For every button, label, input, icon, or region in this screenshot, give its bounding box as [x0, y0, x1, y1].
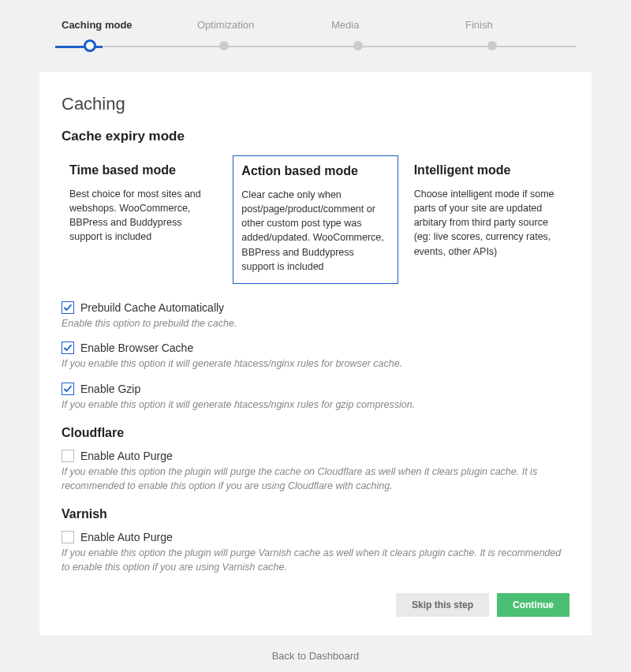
skip-button[interactable]: Skip this step — [396, 593, 489, 617]
step-dot-icon — [84, 39, 96, 52]
option-help: If you enable this option it will genera… — [62, 398, 569, 413]
option-label[interactable]: Enable Auto Purge — [80, 531, 173, 543]
step-media[interactable]: Media — [316, 19, 450, 54]
option-label[interactable]: Enable Gzip — [80, 383, 140, 395]
option-help: If you enable this option the plugin wil… — [62, 547, 569, 574]
step-dot-icon — [487, 41, 497, 50]
check-icon — [63, 303, 73, 312]
back-to-dashboard-link[interactable]: Back to Dashboard — [0, 642, 631, 672]
varnish-heading: Varnish — [62, 507, 569, 521]
mode-title: Intelligent mode — [414, 163, 562, 177]
option-label[interactable]: Enable Browser Cache — [80, 342, 193, 354]
mode-desc: Best choice for most sites and webshops.… — [69, 187, 217, 245]
page-title: Caching — [62, 94, 569, 114]
checkbox[interactable] — [62, 342, 74, 354]
option-help: Enable this option to prebuild the cache… — [62, 317, 569, 331]
option-gzip: Enable Gzip If you enable this option it… — [62, 383, 569, 413]
checkbox[interactable] — [62, 383, 74, 395]
mode-title: Time based mode — [69, 163, 217, 177]
check-icon — [63, 384, 73, 394]
expiry-mode-group: Time based mode Best choice for most sit… — [62, 155, 569, 284]
option-browser-cache: Enable Browser Cache If you enable this … — [62, 342, 569, 371]
wizard-stepper: Caching mode Optimization Media Finish — [0, 0, 631, 54]
mode-title: Action based mode — [241, 164, 389, 178]
settings-card: Caching Cache expiry mode Time based mod… — [39, 72, 592, 636]
step-label: Optimization — [181, 19, 316, 31]
step-dot-icon — [353, 41, 363, 50]
step-optimization[interactable]: Optimization — [181, 19, 316, 54]
cloudflare-heading: Cloudflare — [62, 426, 569, 440]
step-finish[interactable]: Finish — [450, 19, 584, 54]
mode-desc: Clear cache only when post/page/product/… — [241, 188, 389, 274]
checkbox[interactable] — [62, 531, 74, 543]
option-label[interactable]: Enable Auto Purge — [80, 450, 173, 462]
mode-action-based[interactable]: Action based mode Clear cache only when … — [233, 155, 398, 284]
mode-desc: Choose intelligent mode if some parts of… — [414, 187, 562, 259]
step-label: Caching mode — [47, 19, 181, 31]
step-label: Media — [316, 19, 450, 31]
continue-button[interactable]: Continue — [497, 593, 569, 617]
option-varnish-autopurge: Enable Auto Purge If you enable this opt… — [62, 531, 569, 574]
step-label: Finish — [450, 19, 584, 31]
step-dot-icon — [219, 41, 229, 50]
action-bar: Skip this step Continue — [62, 593, 569, 617]
option-help: If you enable this option it will genera… — [62, 357, 569, 371]
expiry-heading: Cache expiry mode — [62, 129, 569, 144]
option-help: If you enable this option the plugin wil… — [62, 465, 569, 493]
option-label[interactable]: Prebuild Cache Automatically — [80, 301, 224, 314]
mode-time-based[interactable]: Time based mode Best choice for most sit… — [62, 155, 225, 284]
check-icon — [63, 343, 73, 353]
checkbox[interactable] — [62, 450, 74, 462]
checkbox[interactable] — [62, 301, 74, 314]
option-prebuild-cache: Prebuild Cache Automatically Enable this… — [62, 301, 569, 331]
mode-intelligent[interactable]: Intelligent mode Choose intelligent mode… — [406, 155, 569, 284]
step-caching-mode[interactable]: Caching mode — [47, 19, 181, 54]
option-cloudflare-autopurge: Enable Auto Purge If you enable this opt… — [62, 450, 569, 493]
